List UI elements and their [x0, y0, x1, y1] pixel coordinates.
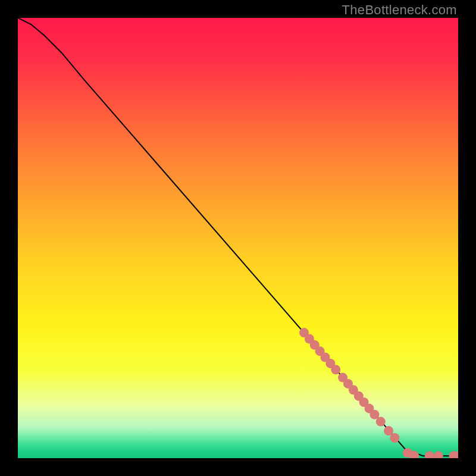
chart-frame: TheBottleneck.com	[0, 0, 476, 476]
chart-svg	[18, 18, 458, 458]
data-marker	[390, 433, 399, 443]
data-marker	[376, 417, 386, 427]
data-marker	[331, 365, 340, 374]
attribution-label: TheBottleneck.com	[342, 2, 457, 18]
gradient-background	[18, 18, 458, 458]
plot-area	[18, 18, 458, 458]
